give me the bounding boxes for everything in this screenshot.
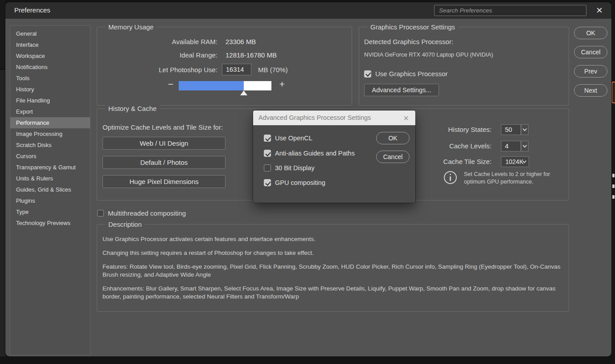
- close-icon[interactable]: ×: [593, 4, 606, 17]
- dialog-titlebar: Advanced Graphics Processor Settings ×: [253, 110, 415, 125]
- description-paragraph: Enhancements: Blur Gallery, Smart Sharpe…: [102, 285, 562, 301]
- sidebar-item-units-rulers[interactable]: Units & Rulers: [10, 173, 90, 184]
- graphics-processor-group: Graphics Processor Settings Detected Gra…: [359, 27, 569, 106]
- description-group: Description Use Graphics Processor activ…: [97, 224, 569, 312]
- cache-info-text: Set Cache Levels to 2 or higher for opti…: [464, 171, 567, 186]
- let-photoshop-use-label: Let Photoshop Use:: [97, 66, 217, 74]
- preset-default-photos-button[interactable]: Default / Photos: [102, 156, 226, 169]
- sidebar-item-export[interactable]: Export: [10, 106, 90, 117]
- sidebar-item-transparency-gamut[interactable]: Transparency & Gamut: [10, 162, 90, 173]
- sidebar-item-scratch-disks[interactable]: Scratch Disks: [10, 139, 90, 151]
- screen: Preferences × General Interface Workspac…: [0, 0, 615, 364]
- background-text-fragment: [612, 174, 615, 177]
- multithreaded-compositing-row: Multithreaded compositing: [97, 209, 186, 217]
- memory-slider-thumb[interactable]: [240, 90, 247, 95]
- cache-tile-size-select[interactable]: 1024K: [501, 156, 529, 167]
- available-ram-label: Available RAM:: [97, 38, 217, 45]
- background-app-edge: [0, 0, 5, 69]
- sidebar-item-tools[interactable]: Tools: [10, 73, 90, 84]
- memory-increase-button[interactable]: +: [276, 78, 288, 90]
- sidebar-item-interface[interactable]: Interface: [10, 39, 90, 50]
- cancel-button[interactable]: Cancel: [574, 46, 607, 58]
- use-opencl-row: Use OpenCL: [264, 135, 312, 142]
- prev-button[interactable]: Prev: [574, 65, 607, 78]
- next-button[interactable]: Next: [574, 84, 607, 97]
- anti-alias-row: Anti-alias Guides and Paths: [264, 150, 355, 157]
- gpu-compositing-label: GPU compositing: [275, 179, 325, 186]
- background-text-fragment: [612, 184, 615, 188]
- anti-alias-checkbox[interactable]: [264, 150, 271, 157]
- advanced-settings-button[interactable]: Advanced Settings...: [364, 84, 439, 96]
- memory-slider-fill: [179, 81, 244, 90]
- search-input[interactable]: [434, 5, 586, 16]
- history-states-dropdown-button[interactable]: [521, 124, 529, 135]
- background-app-bottom-bar: [0, 356, 615, 364]
- ideal-range-label: Ideal Range:: [97, 51, 217, 59]
- sidebar-item-image-processing[interactable]: Image Processing: [10, 128, 90, 139]
- use-opencl-label: Use OpenCL: [275, 135, 312, 142]
- history-states-label: History States:: [402, 126, 492, 133]
- sidebar-item-notifications[interactable]: Notifications: [10, 61, 90, 73]
- dialog-body: Use OpenCL Anti-alias Guides and Paths 3…: [253, 125, 415, 203]
- graphics-processor-legend: Graphics Processor Settings: [367, 23, 458, 31]
- background-app-edge: [611, 0, 615, 364]
- sidebar-item-performance[interactable]: Performance: [10, 117, 90, 128]
- optimize-cache-label: Optimize Cache Levels and Tile Size for:: [102, 123, 223, 131]
- sidebar-item-general[interactable]: General: [10, 28, 90, 39]
- thirty-bit-display-checkbox[interactable]: [264, 164, 271, 172]
- sidebar-item-workspace[interactable]: Workspace: [10, 50, 90, 61]
- cache-levels-label: Cache Levels:: [402, 142, 492, 150]
- sidebar-item-file-handling[interactable]: File Handling: [10, 95, 90, 106]
- history-states-input[interactable]: [501, 124, 521, 135]
- description-paragraph: Features: Rotate View tool, Birds-eye zo…: [102, 263, 562, 279]
- cache-levels-dropdown-button[interactable]: [521, 141, 529, 151]
- memory-decrease-button[interactable]: −: [165, 78, 176, 90]
- sidebar-item-plugins[interactable]: Plugins: [10, 195, 90, 206]
- memory-usage-legend: Memory Usage: [105, 23, 157, 31]
- memory-usage-group: Memory Usage Available RAM: 23306 MB Ide…: [97, 27, 352, 106]
- preset-huge-pixel-dimensions-button[interactable]: Huge Pixel Dimensions: [102, 175, 226, 188]
- memory-slider-track[interactable]: [179, 81, 271, 90]
- window-title: Preferences: [14, 6, 50, 14]
- cache-tile-size-label: Cache Tile Size:: [402, 158, 492, 165]
- preferences-sidebar: General Interface Workspace Notification…: [10, 25, 90, 356]
- info-icon: [444, 171, 457, 184]
- sidebar-item-guides-grid-slices[interactable]: Guides, Grid & Slices: [10, 184, 90, 195]
- background-app-edge: [0, 70, 5, 364]
- cache-tile-size-value: 1024K: [505, 158, 523, 165]
- anti-alias-label: Anti-alias Guides and Paths: [275, 150, 355, 157]
- sidebar-item-technology-previews[interactable]: Technology Previews: [10, 217, 90, 229]
- dialog-close-icon[interactable]: ×: [400, 112, 412, 124]
- ok-button[interactable]: OK: [574, 27, 607, 39]
- preset-web-ui-design-button[interactable]: Web / UI Design: [102, 137, 226, 150]
- gpu-compositing-checkbox[interactable]: [264, 179, 271, 186]
- gpu-compositing-row: GPU compositing: [264, 179, 325, 186]
- use-graphics-processor-row: Use Graphics Processor: [364, 70, 448, 78]
- thirty-bit-display-row: 30 Bit Display: [264, 164, 315, 172]
- description-legend: Description: [105, 221, 145, 228]
- chevron-down-icon: [523, 127, 527, 131]
- detected-gpu-value: NVIDIA GeForce RTX 4070 Laptop GPU (NVID…: [364, 51, 493, 58]
- memory-slider-rail: [179, 90, 271, 96]
- detected-gpu-label: Detected Graphics Processor:: [364, 38, 453, 45]
- use-opencl-checkbox[interactable]: [264, 135, 271, 142]
- dialog-cancel-button[interactable]: Cancel: [376, 151, 410, 163]
- let-photoshop-use-input[interactable]: [222, 64, 251, 75]
- background-highlighted-tool: [611, 82, 615, 103]
- memory-unit-label: MB (70%): [258, 66, 288, 74]
- description-paragraph: Changing this setting requires a restart…: [102, 249, 562, 257]
- chevron-down-icon: [523, 143, 527, 147]
- sidebar-item-type[interactable]: Type: [10, 206, 90, 217]
- use-graphics-processor-checkbox[interactable]: [364, 70, 371, 78]
- dialog-ok-button[interactable]: OK: [376, 132, 410, 144]
- sidebar-item-history[interactable]: History: [10, 84, 90, 95]
- dialog-title: Advanced Graphics Processor Settings: [258, 114, 371, 121]
- multithreaded-compositing-checkbox[interactable]: [97, 210, 104, 217]
- background-text-fragment: [612, 195, 615, 199]
- thirty-bit-display-label: 30 Bit Display: [275, 164, 315, 172]
- cache-levels-input[interactable]: [501, 141, 521, 151]
- history-cache-legend: History & Cache: [105, 105, 160, 112]
- use-graphics-processor-label: Use Graphics Processor: [375, 70, 448, 78]
- advanced-gpu-settings-dialog: Advanced Graphics Processor Settings × U…: [253, 110, 415, 203]
- sidebar-item-cursors[interactable]: Cursors: [10, 151, 90, 162]
